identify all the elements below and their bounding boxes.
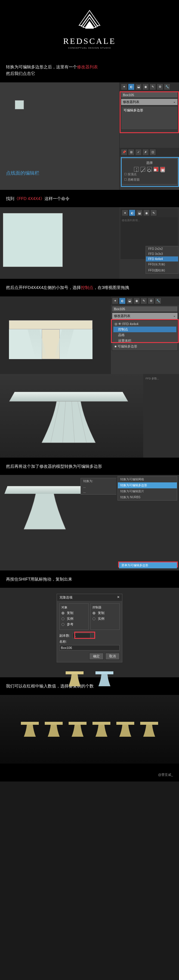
clone-options-dialog: 克隆选项 ✕ 对象 复制 实例 参考 控制器 复制 [57, 594, 122, 662]
table-model-convert [6, 484, 84, 536]
logo-subtitle: CONCEPTUAL DESIGN STUDIO [0, 46, 179, 49]
ffd-3x3x3[interactable]: FFD 3x3x3 [146, 251, 178, 256]
viewport-object [15, 100, 24, 109]
convert-submenu: 转换为可编辑网格 转换为可编辑多边形 转换为可编辑面片 转换为 NURBS [117, 476, 177, 501]
stack-toolbar: 📌 ⊞ ✓ ✗ ⊡ [120, 148, 179, 157]
step4-text: 然后再将这个加了修改器的模型转换为可编辑多边形 [0, 458, 179, 475]
red-highlight-box-5 [74, 632, 95, 639]
step1-text-before: 转换为可编辑多边形之后，这里有一个 [6, 64, 77, 69]
tool-btn-7[interactable]: 🔧 [164, 84, 170, 90]
tool-btn-4[interactable]: ◉ [142, 84, 149, 90]
stack-btn-4[interactable]: ✗ [142, 149, 149, 156]
array-copy-4 [92, 722, 110, 737]
step3-screenshot: ✦ ◐ ⬓ ◉ ✎ ⚙ 🔧 Box105 修改器列表⌄ ⊟ 👁 FFD 4x4x… [0, 296, 179, 374]
step5-screenshot: 克隆选项 ✕ 对象 复制 实例 参考 控制器 复制 [0, 588, 179, 677]
chevron-down-icon: ⌄ [173, 314, 176, 318]
table-model-shaded [12, 389, 125, 450]
ffd-submenu: FFD 2x2x2 FFD 3x3x3 FFD 4x4x4 FFD(长方体) F… [146, 246, 178, 274]
copy-2 [95, 671, 113, 686]
name-row: 名称: [59, 640, 120, 644]
ffd-4x4x4[interactable]: FFD 4x4x4 [146, 256, 178, 261]
panel-toolbar-3: ✦ ◐ ⬓ ◉ ✎ ⚙ 🔧 [111, 296, 179, 305]
array-copy-1 [21, 722, 39, 737]
object-name-field-3[interactable]: Box105 [112, 306, 178, 312]
dialog-titlebar: 克隆选项 ✕ [57, 594, 122, 601]
object-group: 对象 复制 实例 参考 [59, 603, 89, 630]
array-copy-2 [45, 722, 63, 737]
logo-title: REDSCALE [0, 37, 179, 46]
modifier-stack-3[interactable]: ⊟ 👁 FFD 4x4x4 控制点 晶格 设置体积 ■ 可编辑多边形 [112, 320, 178, 351]
step1-screenshot: 点线面的编辑栏 ✦ ◐ ⬓ ◉ ✎ ⚙ 🔧 Box105 修改器列表⌄ 可编辑多… [0, 83, 179, 190]
ok-button[interactable]: 确定 [89, 653, 103, 660]
ffd-box[interactable]: FFD(长方体) [146, 261, 178, 267]
close-icon[interactable]: ✕ [117, 595, 120, 600]
modifier-dropdown-panel: ✦ ◐ ⬓ ◉ ✎ 修改器列表项... FFD 2x2x2 FFD 3x3x3 … [119, 207, 179, 279]
viewport-1: 点线面的编辑栏 [0, 83, 119, 190]
reference-radio[interactable]: 参考 [62, 622, 87, 627]
step3-text-after: ，在3维视图里拖拽 [93, 285, 129, 290]
step2-text: 找到《FFD 4X4X4》这样一个命令 [0, 190, 179, 207]
modifier-panel-3: ✦ ◐ ⬓ ◉ ✎ ⚙ 🔧 Box105 修改器列表⌄ ⊟ 👁 FFD 4x4x… [110, 296, 179, 374]
red-highlight-box-4: 菜单为可编辑多边形 [118, 562, 178, 568]
red-highlight-box-3 [111, 319, 179, 343]
controller-group: 控制器 复制 实例 [90, 603, 120, 630]
name-label: 名称: [59, 640, 67, 644]
side-panel-4: FFD 参数... [143, 374, 179, 458]
table-model-wireframe [9, 320, 92, 359]
blue-annotation: 点线面的编辑栏 [6, 170, 40, 177]
step1-text: 转换为可编辑多边形之后，这里有一个修改器列表 然后我们点击它 [0, 58, 179, 83]
blue-highlight-box [121, 157, 179, 187]
ffd-cyl[interactable]: FFD(圆柱体) [146, 267, 178, 274]
step2-text-before: 找到 [6, 196, 14, 201]
count-label: 副本数: [59, 633, 70, 638]
tool-btn-modify[interactable]: ◐ [128, 84, 135, 90]
panel-toolbar: ✦ ◐ ⬓ ◉ ✎ ⚙ 🔧 [120, 83, 179, 91]
step3-text-before: 然后点开FFD4X4X4左侧的小加号，选择 [6, 285, 81, 290]
instance-radio[interactable]: 实例 [62, 616, 87, 621]
two-copies-row [0, 668, 179, 689]
logo-header: REDSCALE CONCEPTUAL DESIGN STUDIO [0, 0, 179, 58]
footer-credit: @曹亚威_ [158, 773, 173, 776]
viewport-4 [0, 374, 143, 458]
step1-highlight: 修改器列表 [77, 64, 98, 69]
step3-text: 然后点开FFD4X4X4左侧的小加号，选择控制点，在3维视图里拖拽 [0, 279, 179, 296]
footer: @曹亚威_ [0, 764, 179, 781]
stack-btn-5[interactable]: ⊡ [149, 149, 156, 156]
stack-btn-3[interactable]: ✓ [135, 149, 142, 156]
ffd-2x2x2[interactable]: FFD 2x2x2 [146, 246, 178, 251]
modifier-list-dropdown-3[interactable]: 修改器列表⌄ [112, 313, 178, 320]
red-highlight-box-1 [120, 91, 179, 133]
tool-btn-6[interactable]: ⚙ [157, 84, 163, 90]
step6-screenshot [0, 695, 179, 764]
panel-toolbar-2: ✦ ◐ ⬓ ◉ ✎ [120, 208, 178, 217]
array-copy-5 [116, 722, 134, 737]
stack-btn-1[interactable]: 📌 [121, 149, 127, 156]
stack-btn-2[interactable]: ⊞ [128, 149, 135, 156]
array-copy-3 [69, 722, 87, 737]
viewport-2 [0, 207, 119, 279]
viewport-3 [0, 296, 110, 374]
step3-highlight: 控制点 [81, 285, 93, 290]
copy-1 [66, 671, 84, 686]
convert-context-menu: 转换为: ... ... [81, 478, 119, 495]
name-input[interactable]: Box106 [59, 645, 120, 651]
step2-screenshot: ✦ ◐ ⬓ ◉ ✎ 修改器列表项... FFD 2x2x2 FFD 3x3x3 … [0, 207, 179, 279]
cancel-button[interactable]: 取消 [105, 653, 120, 660]
tool-btn-5[interactable]: ✎ [149, 84, 156, 90]
viewport-block [3, 213, 63, 267]
logo-icon [74, 9, 105, 33]
viewport-5: 转换为: ... ... [0, 475, 116, 570]
mod-editable-poly-3[interactable]: ■ 可编辑多边形 [113, 344, 176, 349]
step4-screenshot: 转换为: ... ... 转换为可编辑网格 转换为可编辑多边形 转换为可编辑面片… [0, 475, 179, 570]
ffd-result-render: FFD 参数... [0, 374, 179, 458]
tool-btn-3[interactable]: ⬓ [135, 84, 142, 90]
step1-text-after: 然后我们点击它 [6, 71, 35, 76]
convert-to-editable-poly[interactable]: 转换为可编辑多边形 [118, 482, 177, 488]
step2-highlight: 《FFD 4X4X4》 [14, 196, 44, 201]
tool-btn-1[interactable]: ✦ [121, 84, 127, 90]
array-copy-6 [140, 722, 158, 737]
step5-text: 再按住SHIFT用鼠标拖动，复制出来 [0, 570, 179, 588]
count-row: 副本数: 1 [59, 633, 120, 638]
copy-radio[interactable]: 复制 [62, 611, 87, 615]
dialog-title-text: 克隆选项 [59, 595, 73, 600]
